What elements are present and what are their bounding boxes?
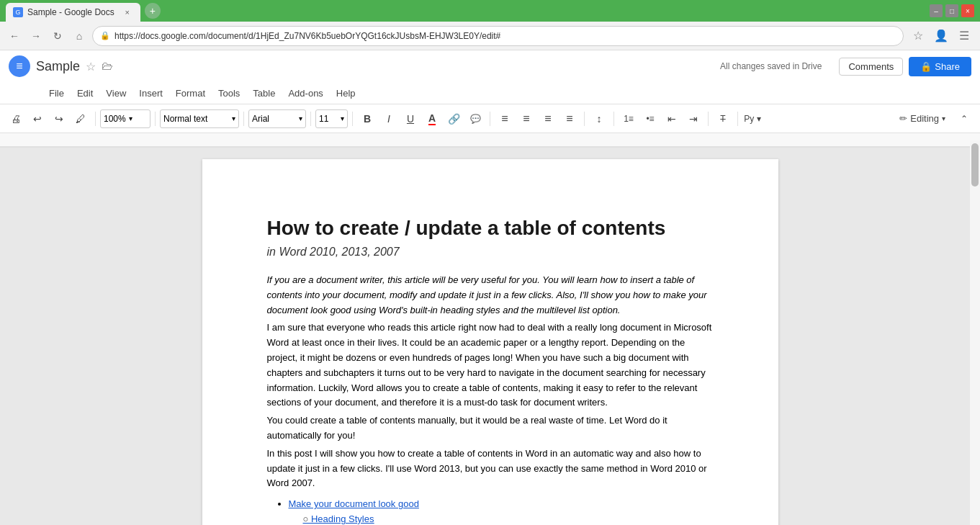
- menu-insert[interactable]: Insert: [133, 85, 168, 102]
- document-body: If you are a document writer, this artic…: [267, 273, 714, 525]
- separator-9: [708, 112, 709, 126]
- menu-format[interactable]: Format: [170, 85, 211, 102]
- lock-icon: 🔒: [920, 61, 932, 72]
- menu-icon[interactable]: ☰: [954, 26, 974, 46]
- separator-1: [95, 112, 96, 126]
- document-title[interactable]: Sample: [36, 59, 80, 74]
- separator-10: [737, 112, 738, 126]
- sub-list-1: Heading Styles Multilevel Listing Why sh…: [303, 512, 714, 525]
- document-area: How to create / update a table of conten…: [0, 148, 980, 525]
- intro-paragraph: If you are a document writer, this artic…: [267, 273, 714, 318]
- menu-addons[interactable]: Add-ons: [282, 85, 328, 102]
- size-select[interactable]: 11 ▾: [315, 109, 348, 128]
- separator-3: [243, 112, 244, 126]
- refresh-button[interactable]: ↻: [49, 27, 66, 45]
- comments-button[interactable]: Comments: [839, 58, 903, 76]
- browser-tab[interactable]: G Sample - Google Docs ×: [6, 3, 140, 22]
- folder-icon[interactable]: 🗁: [102, 60, 113, 73]
- link-button[interactable]: 🔗: [444, 109, 464, 129]
- zoom-select[interactable]: 100% ▾: [100, 109, 150, 128]
- tab-favicon: G: [13, 7, 23, 17]
- redo-button[interactable]: ↪: [49, 109, 69, 129]
- comment-button[interactable]: 💬: [465, 109, 485, 129]
- separator-7: [584, 112, 585, 126]
- ruler: -3 -2 -1 1 2 3 4 5 6 7: [0, 133, 980, 148]
- py-button[interactable]: Py ▾: [742, 109, 763, 129]
- tab-close-btn[interactable]: ×: [122, 6, 133, 18]
- align-center-button[interactable]: ≡: [516, 109, 536, 129]
- align-left-button[interactable]: ≡: [495, 109, 515, 129]
- numbered-list-button[interactable]: 1≡: [619, 109, 639, 129]
- style-value: Normal text: [163, 114, 207, 124]
- italic-button[interactable]: I: [379, 109, 399, 129]
- maximize-button[interactable]: □: [945, 4, 958, 17]
- editing-mode-area: ✏ Editing ▾ ⌃: [894, 109, 974, 129]
- toolbar: 🖨 ↩ ↪ 🖊 100% ▾ Normal text ▾ Arial ▾ 11 …: [0, 104, 980, 133]
- address-bar: ← → ↻ ⌂ 🔒 https://docs.google.com/docume…: [0, 22, 980, 50]
- close-button[interactable]: ×: [961, 4, 974, 17]
- align-justify-button[interactable]: ≡: [559, 109, 580, 129]
- editing-chevron-icon: ▾: [942, 115, 945, 122]
- paragraph-3: In this post I will show you how to crea…: [267, 447, 714, 491]
- collapse-toolbar-button[interactable]: ⌃: [954, 109, 974, 129]
- person-icon[interactable]: 👤: [931, 26, 951, 46]
- home-button[interactable]: ⌂: [71, 27, 88, 45]
- print-button[interactable]: 🖨: [6, 109, 26, 129]
- editing-label: Editing: [910, 113, 939, 124]
- menu-edit[interactable]: Edit: [71, 85, 99, 102]
- list-item: Make your document look good Heading Sty…: [289, 497, 714, 525]
- menu-view[interactable]: View: [100, 85, 132, 102]
- style-select[interactable]: Normal text ▾: [160, 109, 239, 128]
- sub-link-1[interactable]: Heading Styles: [311, 513, 374, 524]
- separator-6: [490, 112, 490, 126]
- app-title-row: ≡ Sample ☆ 🗁 All changes saved in Drive …: [0, 50, 980, 82]
- clear-format-button[interactable]: T: [713, 109, 733, 129]
- document-subtitle: in Word 2010, 2013, 2007: [267, 246, 714, 259]
- title-bar: G Sample - Google Docs × + – □ ×: [0, 0, 980, 22]
- undo-button[interactable]: ↩: [27, 109, 48, 129]
- align-right-button[interactable]: ≡: [538, 109, 558, 129]
- paragraph-2: You could create a table of contents man…: [267, 413, 714, 444]
- scrollbar[interactable]: [970, 140, 980, 525]
- bullet-list-button[interactable]: •≡: [640, 109, 660, 129]
- share-label: Share: [935, 61, 960, 72]
- zoom-dropdown-icon: ▾: [129, 115, 132, 122]
- indent-less-button[interactable]: ⇤: [662, 109, 682, 129]
- menu-help[interactable]: Help: [331, 85, 361, 102]
- line-spacing-button[interactable]: ↕: [589, 109, 609, 129]
- bullet-link-1[interactable]: Make your document look good: [289, 498, 419, 509]
- list-item[interactable]: Heading Styles: [303, 512, 714, 525]
- bookmark-icon[interactable]: ☆: [908, 26, 928, 46]
- paragraph-1: I am sure that everyone who reads this a…: [267, 320, 714, 410]
- editing-mode-button[interactable]: ✏ Editing ▾: [894, 110, 951, 127]
- minimize-button[interactable]: –: [930, 4, 943, 17]
- header-actions: Comments 🔒 Share: [839, 57, 971, 76]
- menu-file[interactable]: File: [43, 85, 70, 102]
- ruler-svg: [0, 133, 980, 148]
- back-button[interactable]: ←: [6, 27, 23, 45]
- underline-button[interactable]: U: [400, 109, 421, 129]
- indent-more-button[interactable]: ⇥: [683, 109, 703, 129]
- menu-tools[interactable]: Tools: [212, 85, 246, 102]
- app-menu-button[interactable]: ≡: [9, 55, 30, 77]
- window-controls: – □ ×: [930, 4, 974, 17]
- url-text: https://docs.google.com/document/d/1HjEd…: [114, 31, 896, 41]
- style-dropdown-icon: ▾: [232, 115, 235, 122]
- menu-table[interactable]: Table: [247, 85, 281, 102]
- new-tab-button[interactable]: +: [145, 3, 161, 19]
- hamburger-icon: ≡: [16, 60, 22, 73]
- font-select[interactable]: Arial ▾: [248, 109, 306, 128]
- size-value: 11: [319, 114, 328, 124]
- scrollbar-thumb[interactable]: [971, 143, 979, 187]
- paint-format-button[interactable]: 🖊: [71, 109, 91, 129]
- forward-button[interactable]: →: [27, 27, 45, 45]
- share-button[interactable]: 🔒 Share: [909, 57, 971, 76]
- svg-rect-0: [0, 133, 980, 148]
- separator-8: [613, 112, 614, 126]
- star-icon[interactable]: ☆: [86, 60, 96, 73]
- document-page[interactable]: How to create / update a table of conten…: [202, 159, 778, 525]
- menu-bar: File Edit View Insert Format Tools Table…: [0, 82, 980, 104]
- text-color-button[interactable]: A: [422, 109, 442, 129]
- url-bar[interactable]: 🔒 https://docs.google.com/document/d/1Hj…: [92, 26, 904, 46]
- bold-button[interactable]: B: [357, 109, 377, 129]
